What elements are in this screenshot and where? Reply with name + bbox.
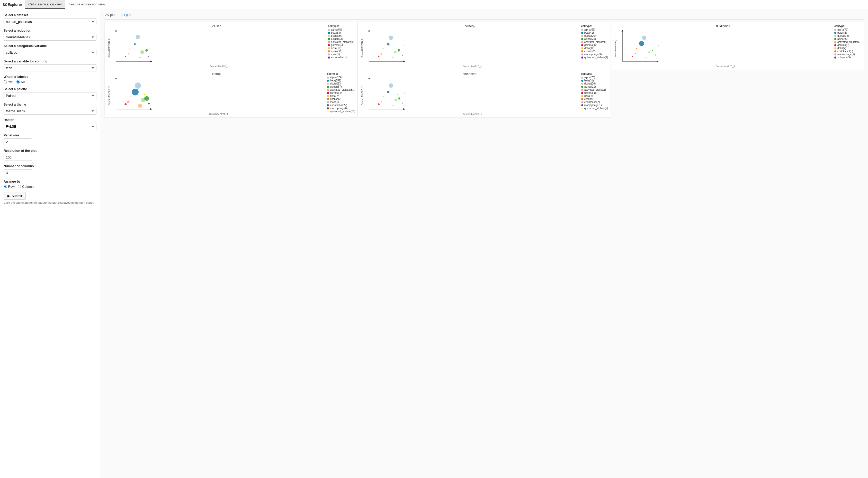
columns-input[interactable] bbox=[4, 169, 32, 176]
dataset-select[interactable]: human_pancreas bbox=[4, 18, 96, 25]
raster-select[interactable]: FALSE TRUE bbox=[4, 123, 96, 130]
legend-item: activated_stellate(6) bbox=[834, 41, 862, 43]
legend-color-dot bbox=[834, 44, 836, 46]
legend-color-dot bbox=[328, 35, 330, 37]
split-select[interactable]: tech bbox=[4, 65, 96, 71]
legend-color-dot bbox=[328, 57, 330, 59]
legend-color-dot bbox=[327, 89, 329, 91]
legend-item: beta(31) bbox=[581, 79, 609, 82]
tab-2d-plot[interactable]: 2D plot bbox=[104, 12, 116, 18]
svg-point-14 bbox=[389, 36, 393, 40]
plot-tabs: 2D plot 3D plot bbox=[104, 12, 864, 20]
legend-item: endothelial(5) bbox=[834, 50, 862, 53]
legend-item: activated_stellate(33) bbox=[327, 88, 355, 91]
legend-color-dot bbox=[327, 86, 329, 88]
labeled-yes-option[interactable]: Yes bbox=[4, 80, 13, 84]
svg-point-61 bbox=[402, 103, 403, 104]
tab-cell-classification[interactable]: Cell classification view bbox=[25, 0, 65, 9]
legend-item: acinar(33) bbox=[328, 37, 355, 40]
x-axis-label: SeuratUMAP2D_1 bbox=[111, 113, 326, 115]
legend-item-label: macrophage(1) bbox=[837, 53, 855, 56]
legend-item: beta(38) bbox=[328, 31, 355, 34]
dataset-section: Select a dataset human_pancreas bbox=[4, 13, 96, 25]
legend-item: activated_stellate(6) bbox=[581, 88, 609, 91]
svg-point-41 bbox=[144, 96, 149, 101]
svg-point-58 bbox=[393, 105, 394, 106]
dataset-label: Select a dataset bbox=[4, 13, 96, 17]
legend-item: macrophage(3) bbox=[581, 53, 609, 56]
legend-item-label: epsilon(1) bbox=[331, 50, 342, 53]
legend-item: ductal(83) bbox=[327, 82, 355, 85]
theme-section: Select a theme theme_blank bbox=[4, 103, 96, 114]
arrange-row-label: Row bbox=[8, 185, 15, 189]
legend-item: macrophage(1) bbox=[834, 53, 862, 56]
svg-point-56 bbox=[381, 101, 382, 102]
panel-size-input[interactable] bbox=[4, 138, 32, 145]
arrange-column-option[interactable]: Column bbox=[18, 185, 34, 189]
legend-item: acinar(6) bbox=[834, 37, 862, 40]
svg-point-7 bbox=[125, 56, 126, 57]
legend-color-dot bbox=[327, 98, 329, 100]
split-label: Select a variable for splitting bbox=[4, 60, 96, 63]
x-axis-label: SeuratUMAP2D_1 bbox=[618, 65, 833, 68]
legend-item-label: endothelial(1) bbox=[331, 56, 347, 59]
legend: celltype: alpha(76) beta(31) ductal(36) bbox=[580, 72, 609, 110]
svg-point-34 bbox=[658, 45, 659, 46]
x-axis-label: SeuratUMAP2D_1 bbox=[365, 113, 580, 115]
legend-item-label: mast(1) bbox=[330, 101, 339, 104]
legend-item-label: gamma(16) bbox=[584, 92, 597, 94]
theme-select[interactable]: theme_blank bbox=[4, 108, 96, 114]
svg-point-35 bbox=[655, 55, 656, 56]
categorical-section: Select a categorical variable celltype bbox=[4, 44, 96, 56]
tab-feature-expression[interactable]: Feature expression view bbox=[65, 0, 109, 9]
svg-point-3 bbox=[134, 43, 136, 45]
submit-button[interactable]: ▶ Submit bbox=[4, 192, 26, 200]
legend-color-dot bbox=[581, 41, 583, 43]
svg-point-4 bbox=[141, 50, 144, 54]
labeled-no-option[interactable]: No bbox=[17, 80, 25, 84]
legend-color-dot bbox=[834, 54, 836, 56]
legend-item: macrophage(6) bbox=[327, 107, 355, 110]
panel-size-label: Panel size bbox=[4, 134, 96, 137]
legend-item-label: epsilon(2) bbox=[584, 50, 596, 53]
reduction-select[interactable]: SeuratUMAP2D bbox=[4, 34, 96, 41]
svg-point-31 bbox=[632, 56, 633, 57]
arrange-row-radio[interactable] bbox=[4, 185, 7, 188]
svg-point-16 bbox=[394, 51, 397, 54]
plot-area: fluidigmc1 SeuratUMAP2D_2 bbox=[613, 24, 833, 68]
resolution-input[interactable] bbox=[4, 154, 32, 161]
legend-item: delta(8) bbox=[581, 95, 609, 97]
labeled-no-label: No bbox=[21, 80, 25, 84]
palette-select[interactable]: Paired bbox=[4, 92, 96, 99]
legend-item-label: acinar(35) bbox=[584, 37, 596, 40]
legend-item: quiescent_stellate(11) bbox=[327, 110, 355, 113]
legend-item: beta(41) bbox=[581, 31, 609, 34]
svg-point-17 bbox=[398, 49, 400, 52]
svg-point-11 bbox=[148, 56, 149, 57]
svg-point-22 bbox=[405, 45, 406, 46]
legend-item: ductal(56) bbox=[328, 34, 355, 37]
legend-item: ductal(36) bbox=[581, 82, 609, 85]
arrange-column-radio[interactable] bbox=[18, 185, 21, 188]
legend-color-dot bbox=[581, 107, 583, 109]
legend-item: delta(74) bbox=[327, 95, 355, 97]
labeled-no-radio[interactable] bbox=[17, 80, 20, 83]
svg-point-18 bbox=[381, 53, 382, 55]
svg-point-26 bbox=[642, 36, 646, 40]
arrange-row-option[interactable]: Row bbox=[4, 185, 15, 189]
scatter-svg bbox=[111, 29, 153, 65]
labeled-yes-radio[interactable] bbox=[4, 80, 7, 83]
categorical-select[interactable]: celltype bbox=[4, 49, 96, 56]
svg-point-29 bbox=[652, 50, 653, 51]
legend-color-dot bbox=[327, 92, 329, 94]
legend-item-label: delta(7) bbox=[837, 47, 846, 49]
legend-item-label: gamma(24) bbox=[330, 92, 343, 94]
legend-color-dot bbox=[328, 41, 330, 43]
legend-item-label: acinar(21) bbox=[584, 85, 596, 88]
plot-cell: smartseq2 SeuratUMAP2D_2 bbox=[358, 70, 611, 117]
plot-cell: fluidigmc1 SeuratUMAP2D_2 bbox=[611, 22, 864, 70]
tab-3d-plot[interactable]: 3D plot bbox=[120, 12, 132, 18]
legend-item: alpha(76) bbox=[581, 76, 609, 79]
svg-point-39 bbox=[132, 89, 138, 95]
legend-item: epsilon(1) bbox=[581, 98, 609, 100]
